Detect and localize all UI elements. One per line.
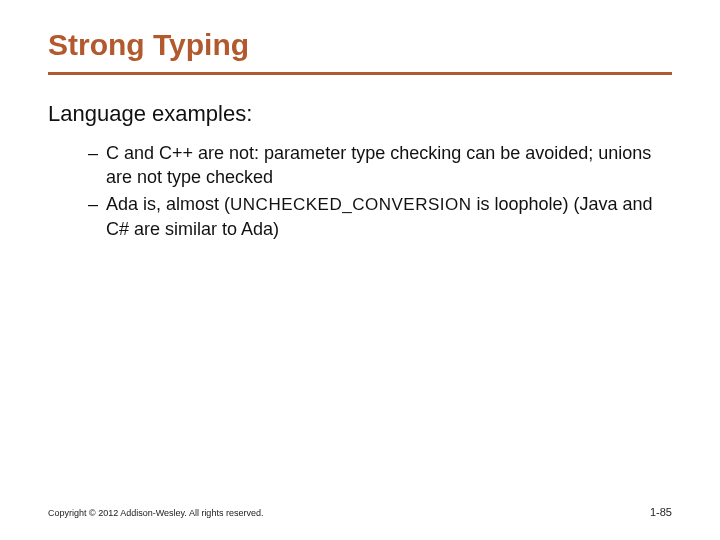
title-rule [48, 72, 672, 75]
bullet-list: C and C++ are not: parameter type checki… [48, 141, 672, 241]
page-number: 1-85 [650, 506, 672, 518]
list-item: Ada is, almost (UNCHECKED_CONVERSION is … [88, 192, 672, 241]
slide: Strong Typing Language examples: C and C… [0, 0, 720, 540]
bullet-text: Ada is, almost ( [106, 194, 230, 214]
bullet-smallcaps: UNCHECKED_CONVERSION [230, 195, 471, 214]
list-item: C and C++ are not: parameter type checki… [88, 141, 672, 190]
copyright-text: Copyright © 2012 Addison-Wesley. All rig… [48, 508, 263, 518]
footer: Copyright © 2012 Addison-Wesley. All rig… [48, 506, 672, 518]
slide-title: Strong Typing [48, 28, 672, 62]
bullet-text: C and C++ are not: parameter type checki… [106, 143, 651, 187]
subheading: Language examples: [48, 101, 672, 127]
